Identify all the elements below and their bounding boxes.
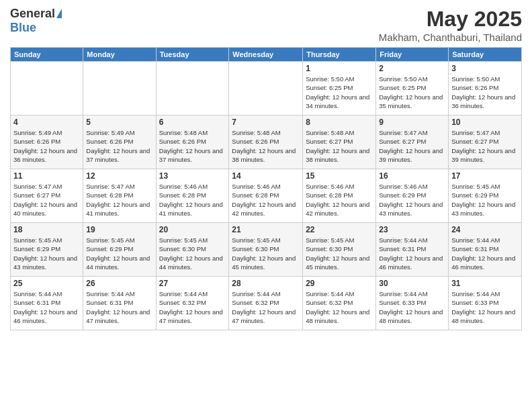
- calendar-cell-1-3: [156, 62, 229, 116]
- day-info: Sunrise: 5:46 AM Sunset: 6:28 PM Dayligh…: [159, 182, 226, 218]
- day-info: Sunrise: 5:47 AM Sunset: 6:27 PM Dayligh…: [451, 128, 519, 164]
- day-info: Sunrise: 5:50 AM Sunset: 6:25 PM Dayligh…: [306, 75, 373, 110]
- calendar-cell-4-3: 20Sunrise: 5:45 AM Sunset: 6:30 PM Dayli…: [156, 223, 229, 277]
- day-number: 1: [306, 64, 373, 73]
- calendar-week-row-5: 25Sunrise: 5:44 AM Sunset: 6:31 PM Dayli…: [11, 277, 522, 330]
- calendar-cell-2-2: 5Sunrise: 5:49 AM Sunset: 6:26 PM Daylig…: [83, 116, 156, 169]
- day-info: Sunrise: 5:45 AM Sunset: 6:29 PM Dayligh…: [451, 182, 519, 218]
- day-info: Sunrise: 5:45 AM Sunset: 6:29 PM Dayligh…: [13, 236, 80, 271]
- calendar-week-row-4: 18Sunrise: 5:45 AM Sunset: 6:29 PM Dayli…: [11, 223, 522, 277]
- day-info: Sunrise: 5:44 AM Sunset: 6:31 PM Dayligh…: [451, 236, 519, 271]
- calendar-cell-2-5: 8Sunrise: 5:48 AM Sunset: 6:27 PM Daylig…: [303, 116, 376, 169]
- day-number: 18: [13, 225, 80, 234]
- day-info: Sunrise: 5:48 AM Sunset: 6:26 PM Dayligh…: [232, 128, 300, 164]
- day-number: 21: [232, 225, 300, 234]
- day-number: 4: [13, 118, 80, 127]
- calendar-cell-5-2: 26Sunrise: 5:44 AM Sunset: 6:31 PM Dayli…: [83, 277, 156, 330]
- day-info: Sunrise: 5:44 AM Sunset: 6:31 PM Dayligh…: [86, 289, 152, 325]
- day-number: 10: [451, 118, 519, 127]
- calendar-cell-5-5: 29Sunrise: 5:44 AM Sunset: 6:32 PM Dayli…: [303, 277, 376, 330]
- day-info: Sunrise: 5:46 AM Sunset: 6:28 PM Dayligh…: [232, 182, 300, 218]
- calendar-cell-3-2: 12Sunrise: 5:47 AM Sunset: 6:28 PM Dayli…: [83, 169, 156, 223]
- day-number: 26: [86, 279, 152, 288]
- logo-blue-text: Blue: [10, 21, 36, 35]
- day-number: 6: [159, 118, 226, 127]
- day-info: Sunrise: 5:46 AM Sunset: 6:28 PM Dayligh…: [306, 182, 373, 218]
- calendar-header-row: SundayMondayTuesdayWednesdayThursdayFrid…: [11, 48, 522, 62]
- day-info: Sunrise: 5:44 AM Sunset: 6:31 PM Dayligh…: [379, 236, 445, 271]
- day-info: Sunrise: 5:46 AM Sunset: 6:29 PM Dayligh…: [379, 182, 445, 218]
- day-info: Sunrise: 5:44 AM Sunset: 6:33 PM Dayligh…: [379, 289, 445, 325]
- calendar-cell-3-5: 15Sunrise: 5:46 AM Sunset: 6:28 PM Dayli…: [303, 169, 376, 223]
- day-number: 14: [232, 171, 300, 181]
- day-number: 9: [379, 118, 445, 127]
- calendar-cell-1-1: [11, 62, 83, 116]
- day-info: Sunrise: 5:47 AM Sunset: 6:28 PM Dayligh…: [86, 182, 152, 218]
- day-info: Sunrise: 5:47 AM Sunset: 6:27 PM Dayligh…: [13, 182, 80, 218]
- calendar-header-tuesday: Tuesday: [156, 48, 229, 62]
- header: General Blue May 2025 Makham, Chanthabur…: [10, 7, 522, 43]
- day-number: 16: [379, 171, 445, 181]
- calendar-cell-2-6: 9Sunrise: 5:47 AM Sunset: 6:27 PM Daylig…: [376, 116, 449, 169]
- day-info: Sunrise: 5:45 AM Sunset: 6:30 PM Dayligh…: [159, 236, 226, 271]
- main-title: May 2025: [379, 7, 522, 32]
- day-info: Sunrise: 5:48 AM Sunset: 6:26 PM Dayligh…: [159, 128, 226, 164]
- day-number: 12: [86, 171, 152, 181]
- calendar-cell-4-5: 22Sunrise: 5:45 AM Sunset: 6:30 PM Dayli…: [303, 223, 376, 277]
- day-number: 3: [451, 64, 519, 73]
- day-info: Sunrise: 5:45 AM Sunset: 6:29 PM Dayligh…: [86, 236, 152, 271]
- calendar-header-wednesday: Wednesday: [229, 48, 303, 62]
- page: General Blue May 2025 Makham, Chanthabur…: [0, 0, 532, 411]
- day-number: 11: [13, 171, 80, 181]
- day-number: 25: [13, 279, 80, 288]
- calendar-cell-4-1: 18Sunrise: 5:45 AM Sunset: 6:29 PM Dayli…: [11, 223, 83, 277]
- calendar-cell-1-4: [229, 62, 303, 116]
- calendar-cell-5-7: 31Sunrise: 5:44 AM Sunset: 6:33 PM Dayli…: [449, 277, 522, 330]
- day-number: 19: [86, 225, 152, 234]
- calendar-week-row-1: 1Sunrise: 5:50 AM Sunset: 6:25 PM Daylig…: [11, 62, 522, 116]
- calendar-cell-3-1: 11Sunrise: 5:47 AM Sunset: 6:27 PM Dayli…: [11, 169, 83, 223]
- day-number: 8: [306, 118, 373, 127]
- calendar-cell-5-3: 27Sunrise: 5:44 AM Sunset: 6:32 PM Dayli…: [156, 277, 229, 330]
- day-info: Sunrise: 5:48 AM Sunset: 6:27 PM Dayligh…: [306, 128, 373, 164]
- day-info: Sunrise: 5:44 AM Sunset: 6:31 PM Dayligh…: [13, 289, 80, 325]
- calendar-cell-3-4: 14Sunrise: 5:46 AM Sunset: 6:28 PM Dayli…: [229, 169, 303, 223]
- calendar-header-monday: Monday: [83, 48, 156, 62]
- calendar-header-saturday: Saturday: [449, 48, 522, 62]
- day-info: Sunrise: 5:44 AM Sunset: 6:32 PM Dayligh…: [159, 289, 226, 325]
- day-number: 13: [159, 171, 226, 181]
- calendar-header-thursday: Thursday: [303, 48, 376, 62]
- day-number: 28: [232, 279, 300, 288]
- day-number: 29: [306, 279, 373, 288]
- day-info: Sunrise: 5:45 AM Sunset: 6:30 PM Dayligh…: [232, 236, 300, 271]
- calendar-cell-2-3: 6Sunrise: 5:48 AM Sunset: 6:26 PM Daylig…: [156, 116, 229, 169]
- calendar-cell-4-7: 24Sunrise: 5:44 AM Sunset: 6:31 PM Dayli…: [449, 223, 522, 277]
- calendar-cell-1-2: [83, 62, 156, 116]
- calendar-cell-4-6: 23Sunrise: 5:44 AM Sunset: 6:31 PM Dayli…: [376, 223, 449, 277]
- calendar-cell-5-1: 25Sunrise: 5:44 AM Sunset: 6:31 PM Dayli…: [11, 277, 83, 330]
- day-number: 2: [379, 64, 445, 73]
- day-info: Sunrise: 5:49 AM Sunset: 6:26 PM Dayligh…: [13, 128, 80, 164]
- day-info: Sunrise: 5:44 AM Sunset: 6:32 PM Dayligh…: [232, 289, 300, 325]
- day-info: Sunrise: 5:47 AM Sunset: 6:27 PM Dayligh…: [379, 128, 445, 164]
- day-info: Sunrise: 5:44 AM Sunset: 6:32 PM Dayligh…: [306, 289, 373, 325]
- day-number: 20: [159, 225, 226, 234]
- day-number: 31: [451, 279, 519, 288]
- day-info: Sunrise: 5:50 AM Sunset: 6:26 PM Dayligh…: [451, 75, 519, 110]
- logo: General Blue: [10, 7, 62, 35]
- day-number: 24: [451, 225, 519, 234]
- calendar-week-row-2: 4Sunrise: 5:49 AM Sunset: 6:26 PM Daylig…: [11, 116, 522, 169]
- calendar-header-friday: Friday: [376, 48, 449, 62]
- calendar-cell-2-7: 10Sunrise: 5:47 AM Sunset: 6:27 PM Dayli…: [449, 116, 522, 169]
- calendar-cell-1-7: 3Sunrise: 5:50 AM Sunset: 6:26 PM Daylig…: [449, 62, 522, 116]
- day-number: 27: [159, 279, 226, 288]
- day-info: Sunrise: 5:49 AM Sunset: 6:26 PM Dayligh…: [86, 128, 152, 164]
- day-number: 7: [232, 118, 300, 127]
- day-number: 5: [86, 118, 152, 127]
- calendar-cell-1-5: 1Sunrise: 5:50 AM Sunset: 6:25 PM Daylig…: [303, 62, 376, 116]
- calendar-cell-3-6: 16Sunrise: 5:46 AM Sunset: 6:29 PM Dayli…: [376, 169, 449, 223]
- calendar-cell-4-4: 21Sunrise: 5:45 AM Sunset: 6:30 PM Dayli…: [229, 223, 303, 277]
- logo-triangle-icon: [56, 9, 62, 18]
- calendar-cell-2-4: 7Sunrise: 5:48 AM Sunset: 6:26 PM Daylig…: [229, 116, 303, 169]
- day-number: 23: [379, 225, 445, 234]
